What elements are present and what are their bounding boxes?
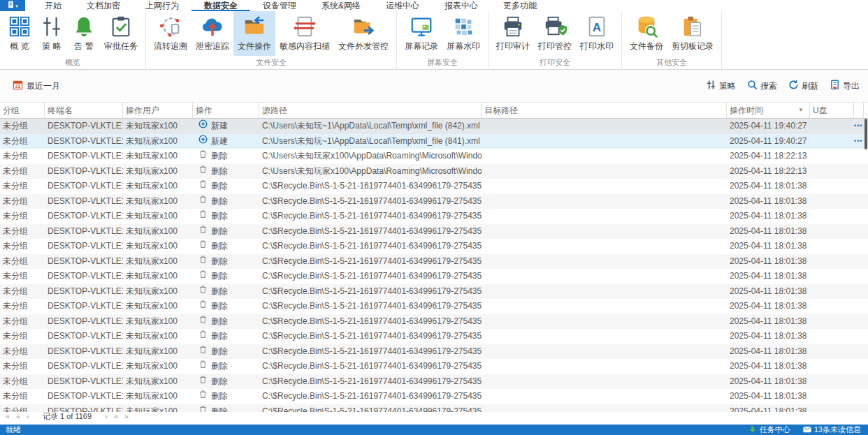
ribbon-button-file-backup[interactable]: 文件备份 xyxy=(625,11,667,56)
toolbar-export-button[interactable]: 导出 xyxy=(830,80,860,92)
table-row[interactable]: 未分组DESKTOP-VLKTLE1未知玩家x100删除C:\$Recycle.… xyxy=(0,359,868,374)
menu-tab-3[interactable]: 上网行为 xyxy=(133,0,191,11)
table-row[interactable]: 未分组DESKTOP-VLKTLE1未知玩家x100删除C:\Users\未知玩… xyxy=(0,149,868,164)
ribbon-button-outgoing[interactable]: 文件外发管控 xyxy=(334,11,393,56)
cell-group: 未分组 xyxy=(0,254,45,270)
table-row[interactable]: 未分组DESKTOP-VLKTLE1未知玩家x100删除C:\$Recycle.… xyxy=(0,179,868,194)
ribbon-button-leak[interactable]: 泄密追踪 xyxy=(191,11,233,56)
cell-usb xyxy=(810,134,854,149)
page-back-arrow-1[interactable]: « xyxy=(6,411,10,421)
cell-user: 未知玩家x100 xyxy=(123,194,193,209)
cell-source-path: C:\$Recycle.Bin\S-1-5-21-1619774401-6349… xyxy=(259,209,482,224)
page-forward-arrow-3[interactable]: » xyxy=(124,411,129,421)
page-back-arrow-2[interactable]: « xyxy=(16,411,20,421)
column-header-5[interactable]: 源路径 xyxy=(259,103,482,118)
ribbon-button-screen-record[interactable]: 屏幕记录 xyxy=(400,11,442,56)
table-row[interactable]: 未分组DESKTOP-VLKTLE1未知玩家x100删除C:\$Recycle.… xyxy=(0,329,868,344)
column-header-2[interactable]: 终端名 xyxy=(45,103,123,118)
table-row[interactable]: 未分组DESKTOP-VLKTLE1未知玩家x100删除C:\Users\未知玩… xyxy=(0,164,868,179)
table-row[interactable]: 未分组DESKTOP-VLKTLE1未知玩家x100删除C:\$Recycle.… xyxy=(0,404,868,413)
table-row[interactable]: 未分组DESKTOP-VLKTLE1未知玩家x100删除C:\$Recycle.… xyxy=(0,344,868,360)
cell-operation: 新建 xyxy=(193,119,259,134)
table-row[interactable]: 未分组DESKTOP-VLKTLE1未知玩家x100新建C:\Users\未知玩… xyxy=(0,134,868,149)
row-actions-button[interactable]: ••• xyxy=(854,134,864,149)
column-header-label: 操作 xyxy=(196,103,212,118)
menu-tab-4[interactable]: 数据安全 xyxy=(191,0,250,11)
row-actions-button[interactable]: ••• xyxy=(854,119,864,134)
toolbar-search-button[interactable]: 搜索 xyxy=(747,80,777,92)
toolbar-refresh-button[interactable]: 刷新 xyxy=(788,80,818,92)
ribbon-button-trace[interactable]: 流转追溯 xyxy=(150,11,191,56)
table-row[interactable]: 未分组DESKTOP-VLKTLE1未知玩家x100删除C:\$Recycle.… xyxy=(0,314,868,330)
column-header-8[interactable]: U盘 xyxy=(810,103,854,118)
refresh-icon xyxy=(788,80,799,92)
table-row[interactable]: 未分组DESKTOP-VLKTLE1未知玩家x100新建C:\Users\未知玩… xyxy=(0,119,868,134)
ribbon-button-approval[interactable]: 审批任务 xyxy=(100,11,142,56)
unread-messages-button[interactable]: 13条未读信息 xyxy=(803,425,861,435)
task-center-button[interactable]: 任务中心 xyxy=(748,425,790,435)
menu-tab-2[interactable]: 文档加密 xyxy=(74,0,133,11)
column-header-label: 分组 xyxy=(3,103,20,118)
page-back-arrow-3[interactable]: ‹ xyxy=(27,411,29,421)
ribbon-button-screen-watermark[interactable]: 屏幕水印 xyxy=(442,11,484,56)
app-menu-button[interactable]: ▾ xyxy=(0,0,25,11)
page-forward-arrow-1[interactable]: › xyxy=(105,411,108,421)
ribbon: 概 览策 略告 警审批任务概览流转追溯泄密追踪文件操作敏感内容扫描文件外发管控文… xyxy=(0,11,868,70)
menu-tab-6[interactable]: 系统&网络 xyxy=(309,0,373,11)
cell-terminal: DESKTOP-VLKTLE1 xyxy=(45,164,123,179)
table-row[interactable]: 未分组DESKTOP-VLKTLE1未知玩家x100删除C:\$Recycle.… xyxy=(0,284,868,300)
cell-operation: 删除 xyxy=(193,314,259,330)
page-forward-arrow-2[interactable]: » xyxy=(114,411,118,421)
vertical-scrollbar-thumb[interactable] xyxy=(865,119,867,149)
toolbar-policy-sm-button[interactable]: 策略 xyxy=(706,80,736,92)
ribbon-group-label: 屏幕安全 xyxy=(400,56,484,71)
operation-label: 新建 xyxy=(211,134,228,149)
trash-icon xyxy=(198,149,208,164)
sort-desc-icon[interactable]: ▼ xyxy=(798,103,809,118)
ribbon-button-label: 屏幕记录 xyxy=(405,40,438,52)
cell-group: 未分组 xyxy=(0,269,45,284)
table-row[interactable]: 未分组DESKTOP-VLKTLE1未知玩家x100删除C:\$Recycle.… xyxy=(0,374,868,390)
table-row[interactable]: 未分组DESKTOP-VLKTLE1未知玩家x100删除C:\$Recycle.… xyxy=(0,209,868,224)
trash-icon xyxy=(198,269,208,284)
table-row[interactable]: 未分组DESKTOP-VLKTLE1未知玩家x100删除C:\$Recycle.… xyxy=(0,194,868,209)
menu-tab-1[interactable]: 开始 xyxy=(32,0,74,11)
table-row[interactable]: 未分组DESKTOP-VLKTLE1未知玩家x100删除C:\$Recycle.… xyxy=(0,269,868,284)
menu-tab-9[interactable]: 更多功能 xyxy=(491,0,549,11)
ribbon-button-print-watermark[interactable]: A打印水印 xyxy=(576,11,618,56)
table-row[interactable]: 未分组DESKTOP-VLKTLE1未知玩家x100删除C:\$Recycle.… xyxy=(0,224,868,239)
menu-tab-7[interactable]: 运维中心 xyxy=(373,0,432,11)
column-header-9[interactable] xyxy=(854,103,864,118)
row-actions-button xyxy=(854,254,864,270)
table-row[interactable]: 未分组DESKTOP-VLKTLE1未知玩家x100删除C:\$Recycle.… xyxy=(0,389,868,404)
ribbon-button-file-ops[interactable]: 文件操作 xyxy=(233,11,275,56)
operation-label: 删除 xyxy=(211,149,228,164)
ribbon-group-1: 概 览策 略告 警审批任务概览 xyxy=(0,11,146,69)
column-header-7[interactable]: 操作时间▼ xyxy=(727,103,810,118)
trash-icon xyxy=(198,194,208,209)
cell-terminal: DESKTOP-VLKTLE1 xyxy=(45,254,123,270)
task-center-label: 任务中心 xyxy=(760,425,790,435)
column-header-4[interactable]: 操作 xyxy=(193,103,259,118)
export-icon xyxy=(830,80,840,92)
column-header-6[interactable]: 目标路径 xyxy=(482,103,727,118)
ribbon-button-alert[interactable]: 告 警 xyxy=(68,11,100,56)
column-header-3[interactable]: 操作用户 xyxy=(123,103,193,118)
table-row[interactable]: 未分组DESKTOP-VLKTLE1未知玩家x100删除C:\$Recycle.… xyxy=(0,254,868,270)
cell-terminal: DESKTOP-VLKTLE1 xyxy=(45,314,123,330)
ribbon-button-print-audit[interactable]: 打印审计 xyxy=(492,11,534,56)
ribbon-button-scan[interactable]: 敏感内容扫描 xyxy=(275,11,334,56)
row-actions-button xyxy=(854,299,864,314)
date-range-selector[interactable]: 23 最近一月 xyxy=(13,80,60,92)
column-header-1[interactable]: 分组 xyxy=(0,103,45,118)
ribbon-button-print-control[interactable]: 打印管控 xyxy=(534,11,576,56)
ribbon-button-policy[interactable]: 策 略 xyxy=(36,11,68,56)
mail-icon xyxy=(803,425,811,435)
operation-label: 删除 xyxy=(211,374,228,390)
menu-tab-5[interactable]: 设备管理 xyxy=(250,0,309,11)
table-row[interactable]: 未分组DESKTOP-VLKTLE1未知玩家x100删除C:\$Recycle.… xyxy=(0,299,868,314)
ribbon-button-clipboard-record[interactable]: 剪切板记录 xyxy=(667,11,718,56)
table-row[interactable]: 未分组DESKTOP-VLKTLE1未知玩家x100删除C:\$Recycle.… xyxy=(0,239,868,254)
ribbon-button-overview[interactable]: 概 览 xyxy=(3,11,36,56)
menu-tab-8[interactable]: 报表中心 xyxy=(432,0,491,11)
